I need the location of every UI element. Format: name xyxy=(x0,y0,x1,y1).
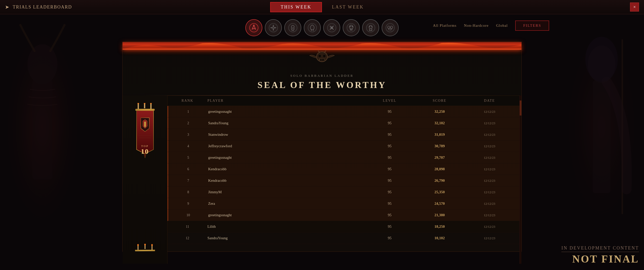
level-cell: 95 xyxy=(365,109,414,114)
svg-rect-31 xyxy=(320,59,321,61)
trophy-badge: TOP 10 xyxy=(128,103,162,168)
level-cell: 95 xyxy=(365,190,414,194)
small-badge xyxy=(132,244,158,259)
svg-point-16 xyxy=(347,24,356,32)
score-cell: 25,350 xyxy=(414,190,464,194)
rank-cell: 8 xyxy=(173,190,203,194)
level-cell: 95 xyxy=(365,144,414,148)
fire-banner xyxy=(122,42,522,50)
scrollbar-track[interactable] xyxy=(520,95,522,264)
svg-point-28 xyxy=(318,55,321,57)
player-name-cell: Zera xyxy=(203,202,365,206)
class-icon-rogue[interactable] xyxy=(323,19,340,36)
class-icon-8[interactable] xyxy=(382,19,399,36)
close-button[interactable]: × xyxy=(630,3,639,12)
rank-cell: 5 xyxy=(173,156,203,160)
class-icon-druid[interactable] xyxy=(304,19,321,36)
scrollbar-thumb[interactable] xyxy=(520,100,522,115)
score-cell: 31,019 xyxy=(414,132,464,137)
rank-cell: 3 xyxy=(173,133,203,137)
table-row[interactable]: 10 greetingssnaght 95 21,380 12/12/23 xyxy=(168,209,520,221)
player-name-cell: SandraYoung xyxy=(203,121,365,125)
class-icon-barbarian[interactable] xyxy=(245,19,262,36)
date-cell: 12/12/23 xyxy=(464,156,514,160)
rank-cell: 1 xyxy=(173,110,203,114)
svg-point-7 xyxy=(585,37,618,82)
non-hardcore-filter[interactable]: Non-Hardcore xyxy=(464,24,489,28)
player-name-cell: Kendracobb xyxy=(203,167,365,171)
svg-point-21 xyxy=(369,26,372,29)
table-row[interactable]: 2 SandraYoung 95 32,102 12/12/23 xyxy=(168,117,520,129)
score-cell: 26,790 xyxy=(414,179,464,183)
svg-point-26 xyxy=(390,26,393,29)
score-cell: 29,707 xyxy=(414,156,464,160)
ladder-title: Seal of the Worthy xyxy=(122,80,522,90)
all-platforms-filter[interactable]: All Platforms xyxy=(433,24,456,28)
date-cell: 12/12/23 xyxy=(464,144,514,148)
svg-rect-2 xyxy=(32,79,52,179)
svg-point-25 xyxy=(388,26,390,29)
date-cell: 12/12/23 xyxy=(464,133,514,137)
player-name-cell: SandraYoung xyxy=(202,236,365,240)
level-cell: 95 xyxy=(365,179,414,183)
svg-point-47 xyxy=(144,244,146,245)
table-row[interactable]: 11 Lilith 95 18,250 12/12/23 xyxy=(168,221,520,232)
svg-point-10 xyxy=(269,24,278,32)
score-cell: 24,570 xyxy=(414,202,464,206)
table-row[interactable]: 3 Stanwindrow 95 31,019 12/12/23 xyxy=(168,129,520,141)
last-week-tab[interactable]: LAST WEEK xyxy=(322,2,374,12)
this-week-tab[interactable]: THIS WEEK xyxy=(270,2,322,12)
date-cell: 12/12/23 xyxy=(464,213,514,217)
table-container: TOP 10 xyxy=(122,95,522,264)
ladder-title-area: Solo Barbarian Ladder Seal of the Worthy xyxy=(122,66,522,95)
data-rows: 1 greetingssnaght 95 32,250 12/12/23 2 S… xyxy=(168,106,520,264)
svg-point-11 xyxy=(288,24,297,32)
player-name-cell: Lilith xyxy=(202,224,365,229)
svg-rect-5 xyxy=(593,80,610,193)
svg-point-19 xyxy=(352,26,353,27)
leaderboard-panel: Solo Barbarian Ladder Seal of the Worthy xyxy=(122,42,522,252)
svg-point-22 xyxy=(370,26,370,27)
main-content: All Platforms Non-Hardcore Global Filter… xyxy=(85,14,559,270)
filters-button[interactable]: Filters xyxy=(515,21,549,31)
level-cell: 95 xyxy=(365,167,414,171)
table-row[interactable]: 7 Kendracobb 95 26,790 12/12/23 xyxy=(168,175,520,187)
score-cell: 21,380 xyxy=(414,213,464,217)
svg-point-23 xyxy=(371,26,372,27)
player-header: Player xyxy=(202,99,365,103)
svg-point-46 xyxy=(137,244,139,246)
rank-header: Rank xyxy=(172,99,202,103)
date-cell: 12/12/23 xyxy=(464,236,514,240)
level-cell: 95 xyxy=(365,202,414,206)
player-name-cell: greetingssnaght xyxy=(203,213,365,217)
class-icon-6[interactable] xyxy=(343,19,360,36)
global-filter[interactable]: Global xyxy=(496,24,508,28)
table-row[interactable]: 1 greetingssnaght 95 32,250 12/12/23 xyxy=(168,106,520,117)
dev-divider xyxy=(562,252,639,252)
table-row[interactable]: 4 Jeffreycrawford 95 30,789 12/12/23 xyxy=(168,141,520,152)
date-cell: 12/12/23 xyxy=(464,167,514,171)
player-name-cell: Jeffreycrawford xyxy=(203,144,365,148)
date-cell: 12/12/23 xyxy=(464,202,514,206)
score-cell: 30,789 xyxy=(414,144,464,148)
date-cell: 12/12/23 xyxy=(464,110,514,114)
character-art-right xyxy=(559,14,644,259)
class-icon-sorceress[interactable] xyxy=(265,19,282,36)
table-row[interactable]: 12 SandraYoung 95 10,102 12/12/23 xyxy=(168,232,520,244)
dev-watermark: IN DEVELOPMENT CONTENT NOT FINAL xyxy=(562,245,639,265)
svg-point-48 xyxy=(151,244,153,246)
class-icon-necromancer[interactable] xyxy=(284,19,301,36)
date-header: Date xyxy=(464,99,514,103)
svg-point-9 xyxy=(253,25,254,26)
table-row[interactable]: 9 Zera 95 24,570 12/12/23 xyxy=(168,198,520,209)
svg-point-1 xyxy=(28,44,58,84)
table-row[interactable]: 5 greetingssnaght 95 29,707 12/12/23 xyxy=(168,152,520,164)
rank-cell: 2 xyxy=(173,121,203,125)
svg-point-29 xyxy=(323,55,326,57)
table-row[interactable]: 6 Kendracobb 95 28,098 12/12/23 xyxy=(168,164,520,175)
level-cell: 95 xyxy=(365,121,414,125)
trophy-panel: TOP 10 xyxy=(122,95,168,264)
svg-rect-49 xyxy=(135,250,155,251)
table-row[interactable]: 8 JimmyM 95 25,350 12/12/23 xyxy=(168,187,520,198)
class-icon-7[interactable] xyxy=(362,19,379,36)
